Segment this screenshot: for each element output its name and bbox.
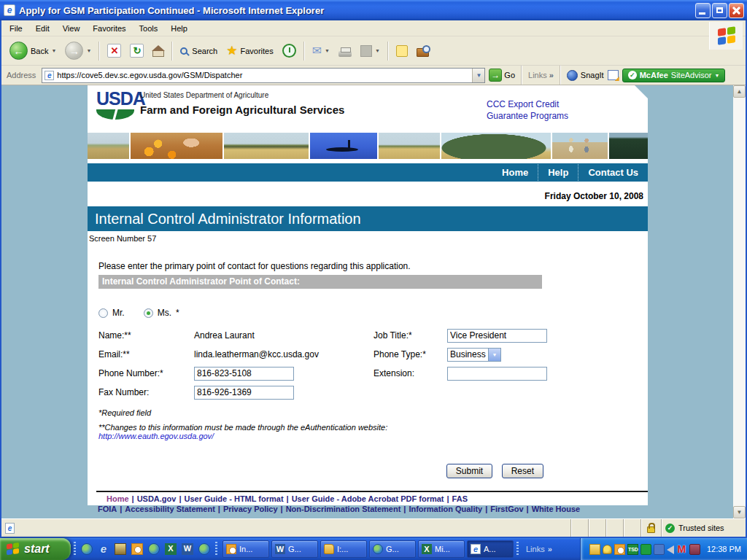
menu-favorites[interactable]: Favorites xyxy=(86,22,132,35)
search-button[interactable]: Search xyxy=(177,39,221,63)
nav-help[interactable]: Help xyxy=(538,164,578,181)
usda-site-header: USDA United States Department of Agricul… xyxy=(88,85,648,131)
program-links[interactable]: CCC Export Credit Guarantee Programs xyxy=(487,98,568,122)
home-button[interactable] xyxy=(149,39,168,63)
mcafee-tray-icon[interactable]: M xyxy=(676,544,687,555)
print-button[interactable] xyxy=(335,39,355,63)
refresh-button[interactable]: ↻ xyxy=(126,39,147,63)
vertical-scrollbar[interactable]: ▲ ▼ xyxy=(733,85,746,518)
globe-icon[interactable] xyxy=(81,543,93,555)
edit-button[interactable]: ▼ xyxy=(357,39,384,63)
favorites-button[interactable]: ★ Favorites xyxy=(222,39,277,63)
footer-link-usda-gov[interactable]: USDA.gov xyxy=(137,494,177,503)
footer-link-white-house[interactable]: White House xyxy=(532,505,581,513)
footer-link-accessibility[interactable]: Accessibility Statement xyxy=(125,505,215,513)
mail-button[interactable]: ✉ ▼ xyxy=(309,39,333,63)
clock-tray-icon[interactable] xyxy=(614,544,625,555)
taskbar-window-button[interactable]: I:... xyxy=(320,540,367,558)
start-button[interactable]: start xyxy=(0,538,71,560)
server-tray-icon[interactable] xyxy=(689,544,700,555)
menu-edit[interactable]: Edit xyxy=(29,22,56,35)
scroll-up-button[interactable]: ▲ xyxy=(733,85,746,98)
footer-link-foia[interactable]: FOIA xyxy=(98,505,117,513)
address-dropdown-button[interactable]: ▼ xyxy=(472,69,484,82)
nav-home[interactable]: Home xyxy=(492,164,538,181)
fax-number-input[interactable] xyxy=(194,386,294,400)
phone-number-input[interactable] xyxy=(194,367,294,381)
radio-ms[interactable] xyxy=(144,308,153,318)
restore-button[interactable] xyxy=(712,3,727,18)
back-dropdown-icon[interactable]: ▼ xyxy=(51,48,56,53)
mail-tray-icon[interactable] xyxy=(589,544,600,555)
footer-link-information-quality[interactable]: Information Quality xyxy=(409,505,482,513)
lotus-notes-icon[interactable] xyxy=(115,543,126,555)
taskbar-window-button-active[interactable]: e A... xyxy=(467,540,514,558)
taskbar-links-toolbar[interactable]: Links » xyxy=(522,545,557,553)
network-tray-icon[interactable] xyxy=(654,544,665,555)
keys-tray-icon[interactable] xyxy=(603,545,612,554)
program-line1[interactable]: CCC Export Credit xyxy=(487,98,568,110)
menu-view[interactable]: View xyxy=(56,22,87,35)
green-app-tray-icon[interactable] xyxy=(640,544,651,555)
job-title-input[interactable] xyxy=(447,329,547,343)
reset-button[interactable]: Reset xyxy=(502,464,543,478)
forward-button[interactable]: → ▼ xyxy=(61,39,95,63)
snagit-button[interactable]: SnagIt xyxy=(567,70,604,81)
taskband-handle[interactable] xyxy=(215,542,217,556)
window-title: Apply for GSM Participation Continued - … xyxy=(19,5,694,16)
siteadvisor-check-icon: ✓ xyxy=(628,71,637,79)
taskbar-window-button[interactable]: W G... xyxy=(271,540,318,558)
research-button[interactable] xyxy=(413,39,433,63)
forward-dropdown-icon[interactable]: ▼ xyxy=(86,48,91,53)
taskbar-window-button[interactable]: G... xyxy=(369,540,416,558)
phone-type-label: Phone Type:* xyxy=(374,349,447,359)
address-url[interactable]: https://cove5.dev.sc.egov.usda.gov/GSM/D… xyxy=(57,71,469,79)
select-dropdown-icon[interactable]: ▼ xyxy=(488,349,500,361)
ie-icon[interactable]: e xyxy=(98,543,109,555)
menu-help[interactable]: Help xyxy=(164,22,194,35)
links-handle[interactable] xyxy=(516,542,519,556)
program-line2[interactable]: Guarantee Programs xyxy=(487,110,568,122)
mail-dropdown-icon[interactable]: ▼ xyxy=(325,48,330,53)
globe-icon[interactable] xyxy=(148,543,160,555)
edit-dropdown-icon[interactable]: ▼ xyxy=(375,48,380,53)
eauth-link[interactable]: http://www.eauth.egov.usda.gov/ xyxy=(98,432,648,440)
radio-mr[interactable] xyxy=(98,308,108,318)
history-button[interactable] xyxy=(279,39,300,63)
tsd-tray-icon[interactable]: TSD xyxy=(627,544,638,555)
footer-link-home[interactable]: Home xyxy=(107,494,129,503)
globe-icon[interactable] xyxy=(198,543,210,555)
nav-contact-us[interactable]: Contact Us xyxy=(578,164,648,181)
stop-button[interactable]: ✕ xyxy=(104,39,125,63)
discuss-button[interactable] xyxy=(392,39,411,63)
clock-app-icon[interactable] xyxy=(131,543,143,555)
menu-file[interactable]: File xyxy=(3,22,29,35)
extension-input[interactable] xyxy=(447,367,547,381)
quicklaunch-handle[interactable] xyxy=(74,542,76,556)
phone-type-select[interactable]: Business ▼ xyxy=(447,348,501,362)
footer-link-privacy[interactable]: Privacy Policy xyxy=(223,505,278,513)
word-icon[interactable]: W xyxy=(182,543,193,555)
links-menu[interactable]: Links » xyxy=(528,71,554,79)
toolbar-separator xyxy=(171,42,173,61)
footer-link-nondiscrimination[interactable]: Non-Discrimination Statement xyxy=(286,505,401,513)
excel-icon[interactable]: X xyxy=(165,543,177,555)
snagit-editor-icon[interactable] xyxy=(608,70,619,80)
footer-link-firstgov[interactable]: FirstGov xyxy=(490,505,523,513)
back-button[interactable]: ← Back ▼ xyxy=(6,39,60,63)
taskbar-window-button[interactable]: In... xyxy=(222,540,269,558)
volume-tray-icon[interactable] xyxy=(667,545,674,554)
footer-link-user-guide-pdf[interactable]: User Guide - Adobe Acrobat PDF format xyxy=(292,494,444,503)
minimize-button[interactable] xyxy=(695,3,711,18)
address-input[interactable]: e https://cove5.dev.sc.egov.usda.gov/GSM… xyxy=(42,68,485,83)
windows-logo-icon xyxy=(718,26,735,44)
submit-button[interactable]: Submit xyxy=(446,464,492,478)
mcafee-siteadvisor-button[interactable]: ✓ McAfee SiteAdvisor ▼ xyxy=(622,69,726,82)
footer-link-fas[interactable]: FAS xyxy=(452,494,468,503)
taskbar-window-button[interactable]: X Mi... xyxy=(418,540,465,558)
close-button[interactable] xyxy=(729,3,744,18)
footer-link-user-guide-html[interactable]: User Guide - HTML format xyxy=(185,494,284,503)
scroll-down-button[interactable]: ▼ xyxy=(733,506,746,518)
go-button[interactable]: → Go xyxy=(489,69,515,82)
menu-tools[interactable]: Tools xyxy=(133,22,165,35)
